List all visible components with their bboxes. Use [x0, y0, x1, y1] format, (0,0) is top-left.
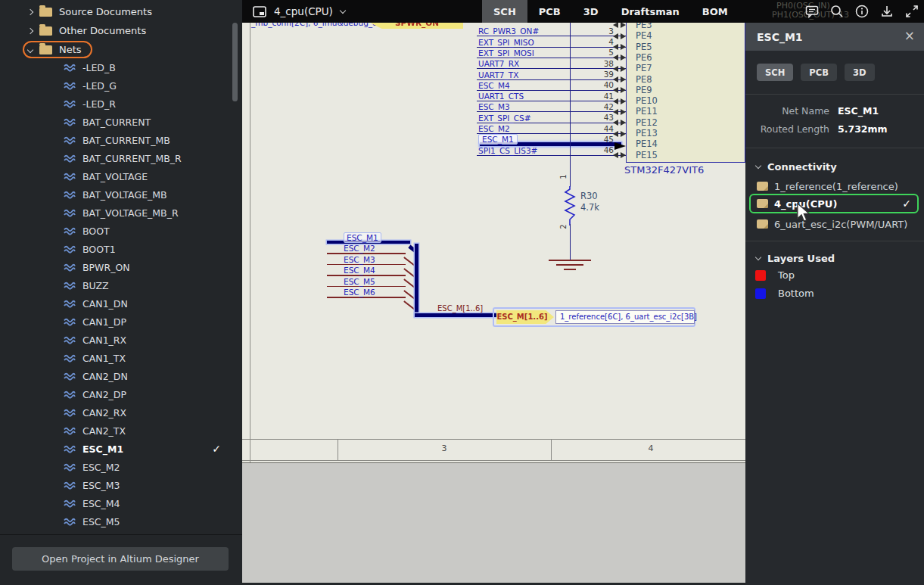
search-icon[interactable] [829, 4, 845, 19]
tree-item[interactable]: Source Documents [0, 2, 242, 21]
net-item[interactable]: BAT_CURRENT ✓ [0, 113, 242, 131]
topbar-tab[interactable]: 3D [572, 0, 610, 23]
tree-item[interactable]: Nets [0, 40, 242, 59]
bus-net-row[interactable]: ESC_M5 [242, 277, 431, 288]
net-item[interactable]: -LED_B ✓ [0, 58, 242, 76]
bus-net-row[interactable]: ESC_M6 [242, 288, 431, 299]
net-item[interactable]: CAN1_RX ✓ [0, 331, 242, 349]
net-label[interactable]: ESC_M4 [478, 81, 510, 90]
chevron-icon[interactable] [27, 8, 33, 14]
net-item[interactable]: BAT_CURRENT_MB ✓ [0, 131, 242, 149]
net-item[interactable]: ESC_M2 ✓ [0, 458, 242, 476]
net-wire[interactable] [477, 36, 626, 36]
topbar-tab[interactable]: SCH [482, 0, 527, 23]
schematic-net-row[interactable]: EXT_SPI_MISO 4 [242, 38, 626, 48]
comment-icon[interactable] [804, 4, 820, 19]
schematic-net-row[interactable]: UART7_TX 39 [242, 70, 626, 81]
net-item[interactable]: CAN1_DN ✓ [0, 294, 242, 313]
net-label[interactable]: ESC_M2 [344, 244, 375, 253]
net-label[interactable]: UART1_CTS [478, 92, 524, 101]
port-esc-m-bus[interactable]: ESC_M[1..6] [496, 310, 554, 324]
connectivity-section-header[interactable]: Connectivity [756, 161, 837, 173]
bus-net-row[interactable]: ESC_M1 [242, 233, 431, 244]
net-wire[interactable] [327, 253, 406, 254]
net-label[interactable]: EXT_SPI_CS# [478, 114, 530, 123]
net-item[interactable]: CAN2_DN ✓ [0, 367, 242, 385]
net-wire-vertical[interactable] [570, 224, 571, 260]
net-label[interactable]: UART7_RX [478, 59, 519, 68]
schematic-net-row[interactable]: EXT_SPI_MOSI 5 [242, 48, 626, 59]
schematic-net-row[interactable]: SPI1_CS_LIS3# 46 [242, 146, 626, 157]
net-item[interactable]: BPWR_ON ✓ [0, 258, 242, 276]
net-label[interactable]: ESC_M3 [344, 255, 375, 264]
schematic-net-row[interactable]: ESC_M1 45 [242, 135, 626, 145]
bus-line-vertical[interactable] [415, 244, 418, 316]
bus-net-row[interactable]: ESC_M4 [242, 266, 431, 277]
net-item[interactable]: ESC_M3 ✓ [0, 476, 242, 494]
net-label[interactable]: ESC_M2 [478, 124, 510, 133]
net-wire[interactable] [327, 297, 406, 298]
net-item[interactable]: BAT_VOLTAGE_MB_R ✓ [0, 204, 242, 222]
net-wire-vertical[interactable] [570, 23, 571, 187]
chevron-icon[interactable] [27, 46, 33, 52]
topbar-tab[interactable]: PCB [527, 0, 572, 23]
net-item[interactable]: BUZZ ✓ [0, 276, 242, 294]
tree-item[interactable]: Other Documents [0, 21, 242, 40]
schematic-net-row[interactable]: ESC_M4 40 [242, 81, 626, 92]
net-item[interactable]: ESC_M5 ✓ [0, 512, 242, 531]
bus-net-row[interactable]: ESC_M2 [242, 244, 431, 255]
net-item[interactable]: BAT_CURRENT_MB_R ✓ [0, 149, 242, 167]
bus-net-row[interactable]: ESC_M3 [242, 255, 431, 266]
info-icon[interactable] [854, 4, 870, 19]
schematic-net-row[interactable]: UART7_RX 38 [242, 59, 626, 70]
schematic-net-row[interactable]: EXT_SPI_CS# 43 [242, 114, 626, 124]
topbar-tab[interactable]: Draftsman [610, 0, 691, 23]
net-label[interactable]: ESC_M1 [478, 134, 518, 145]
scrollbar-thumb[interactable] [232, 23, 238, 101]
net-item[interactable]: CAN2_TX ✓ [0, 422, 242, 440]
schematic-net-row[interactable]: UART1_CTS 41 [242, 92, 626, 102]
net-item[interactable]: ESC_M1 ✓ [0, 440, 242, 458]
net-label[interactable]: ESC_M6 [344, 288, 375, 297]
net-wire[interactable] [327, 275, 406, 276]
net-label[interactable]: RC_PWR3_ON# [478, 26, 539, 36]
net-label[interactable]: EXT_SPI_MISO [478, 38, 534, 47]
net-item[interactable]: CAN1_TX ✓ [0, 349, 242, 367]
chevron-icon[interactable] [27, 27, 33, 33]
open-in-altium-button[interactable]: Open Project in Altium Designer [12, 547, 229, 571]
schematic-net-row[interactable]: ESC_M2 44 [242, 124, 626, 135]
net-label[interactable]: SPI1_CS_LIS3# [478, 146, 537, 155]
download-icon[interactable] [879, 4, 894, 19]
net-item[interactable]: ESC_M4 ✓ [0, 494, 242, 512]
connectivity-item[interactable]: 4_cpu(CPU) ✓ [749, 194, 919, 213]
net-label[interactable]: ESC_M5 [344, 277, 375, 286]
connectivity-item[interactable]: 1_reference(1_reference) ✓ [749, 178, 919, 194]
schematic-net-row[interactable]: ESC_M3 42 [242, 102, 626, 113]
net-label[interactable]: ESC_M3 [478, 102, 510, 111]
net-item[interactable]: BOOT1 ✓ [0, 240, 242, 258]
net-item[interactable]: BAT_VOLTAGE ✓ [0, 167, 242, 185]
net-item[interactable]: CAN2_RX ✓ [0, 403, 242, 422]
topbar-tab[interactable]: BOM [691, 0, 739, 23]
net-item[interactable]: CAN1_DP ✓ [0, 313, 242, 331]
panel-view-tab[interactable]: 3D [845, 64, 875, 81]
resistor-symbol[interactable] [559, 186, 580, 226]
net-item[interactable]: BOOT ✓ [0, 222, 242, 240]
connectivity-item[interactable]: 6_uart_esc_i2c(PWM/UART) ✓ [749, 216, 919, 232]
net-label[interactable]: EXT_SPI_MOSI [478, 48, 534, 58]
close-icon[interactable]: × [904, 28, 915, 43]
schematic-canvas[interactable]: _mb_conn[2C], 6_imu&debug_conn[3A] SPWR_… [242, 0, 745, 585]
document-selector[interactable]: 4_cpu(CPU) [253, 0, 345, 23]
panel-view-tab[interactable]: SCH [757, 64, 793, 81]
bus-line-horizontal[interactable] [415, 313, 496, 317]
net-label[interactable]: ESC_M1 [344, 232, 381, 243]
net-label[interactable]: UART7_TX [478, 70, 518, 79]
net-item[interactable]: -LED_G ✓ [0, 76, 242, 95]
layers-section-header[interactable]: Layers Used [756, 253, 835, 264]
net-item[interactable]: BAT_VOLTAGE_MB ✓ [0, 185, 242, 204]
fullscreen-icon[interactable] [904, 4, 919, 19]
net-item[interactable]: -LED_R ✓ [0, 95, 242, 113]
schematic-net-row[interactable]: RC_PWR3_ON# 3 [242, 26, 626, 37]
net-item[interactable]: CAN2_DP ✓ [0, 385, 242, 403]
panel-view-tab[interactable]: PCB [801, 64, 837, 81]
